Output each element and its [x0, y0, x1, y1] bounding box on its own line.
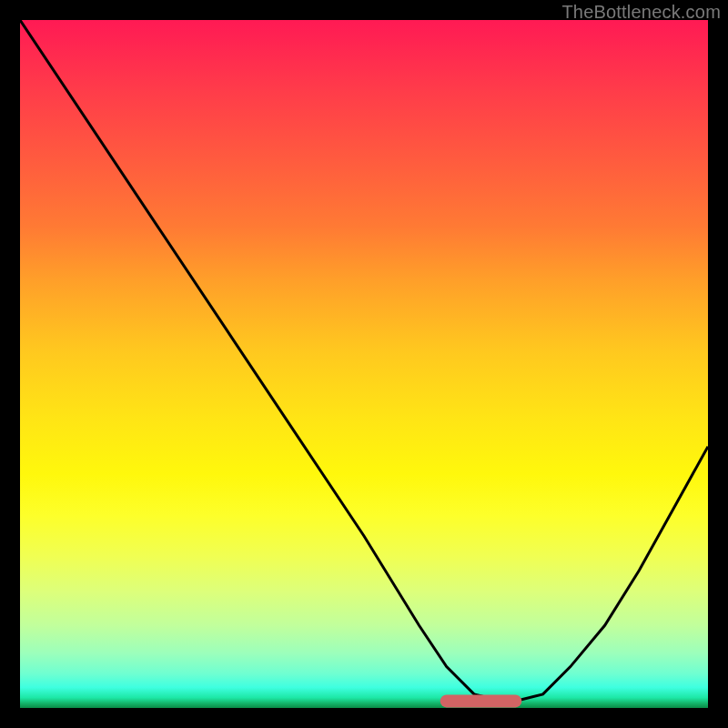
bottleneck-curve-path: [20, 20, 708, 701]
chart-svg: [20, 20, 708, 708]
watermark-text: TheBottleneck.com: [561, 2, 721, 23]
chart-frame: [20, 20, 708, 708]
